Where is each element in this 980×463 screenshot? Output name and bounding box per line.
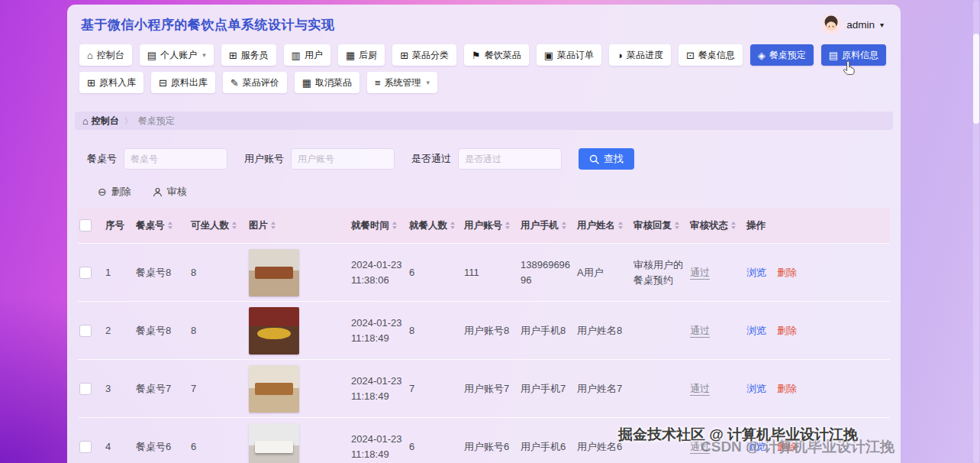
breadcrumb-separator: 〉 — [124, 115, 133, 127]
delete-button[interactable]: ⊖ 删除 — [98, 185, 131, 199]
sort-icon[interactable] — [168, 222, 172, 229]
nav-button-系统管理[interactable]: ≡系统管理▾ — [367, 72, 437, 93]
row-checkbox[interactable] — [79, 325, 92, 337]
column-label: 审核状态 — [690, 219, 728, 232]
sort-icon[interactable] — [618, 222, 623, 229]
delete-link[interactable]: 删除 — [777, 267, 797, 278]
review-icon: ✎ — [230, 78, 239, 88]
stock-in-icon: ⊞ — [87, 78, 95, 88]
column-label: 用户手机 — [521, 219, 559, 232]
table-row: 1餐桌号882024-01-23 11:38:06611113896969696… — [78, 244, 890, 302]
audit-button[interactable]: 审核 — [153, 185, 187, 199]
cancel-dish-icon: ▦ — [302, 78, 311, 88]
nav-button-label: 取消菜品 — [315, 76, 352, 89]
nav-button-餐饮菜品[interactable]: ⚑餐饮菜品 — [464, 44, 529, 66]
nav-button-菜品进度[interactable]: ◑菜品进度 — [609, 44, 671, 66]
column-header-就餐时间[interactable]: 就餐时间 — [350, 216, 408, 235]
nav-button-原料出库[interactable]: ⊟原料出库 — [151, 72, 215, 93]
sort-icon[interactable] — [675, 222, 679, 229]
nav-button-菜品分类[interactable]: ⊞菜品分类 — [392, 44, 456, 66]
sort-up-arrow — [450, 222, 455, 225]
cell-status-value: 通过 — [690, 325, 710, 338]
nav-button-label: 菜品分类 — [412, 49, 449, 62]
row-checkbox[interactable] — [79, 267, 92, 279]
cell-no-value: 4 — [105, 441, 111, 452]
sort-icon[interactable] — [271, 222, 276, 229]
sort-up-arrow — [562, 222, 566, 225]
nav-button-控制台[interactable]: ⌂控制台 — [79, 44, 132, 66]
view-link[interactable]: 浏览 — [746, 383, 766, 394]
cell-no: 1 — [104, 265, 134, 280]
nav-button-菜品订单[interactable]: ▣菜品订单 — [537, 44, 601, 66]
delete-link[interactable]: 删除 — [777, 383, 797, 394]
scrollbar-thumb[interactable] — [973, 34, 979, 124]
nav-button-后厨[interactable]: ▦后厨 — [338, 44, 385, 66]
row-checkbox[interactable] — [79, 383, 92, 395]
nav-button-餐桌信息[interactable]: ⊡餐桌信息 — [679, 44, 743, 66]
filter-input-餐桌号[interactable] — [124, 148, 227, 170]
view-link[interactable]: 浏览 — [746, 267, 766, 278]
sort-icon[interactable] — [731, 222, 736, 229]
cell-seats-value: 8 — [191, 267, 196, 278]
breadcrumb-home[interactable]: ⌂ 控制台 — [82, 115, 119, 128]
delete-link[interactable]: 删除 — [777, 325, 797, 336]
column-header-审核回复[interactable]: 审核回复 — [632, 216, 688, 235]
scrollbar[interactable] — [973, 0, 979, 463]
nav-button-原料入库[interactable]: ⊞原料入库 — [79, 72, 143, 93]
nav-button-用户[interactable]: ▥用户 — [284, 44, 330, 66]
filter-label: 餐桌号 — [87, 152, 117, 166]
column-header-用户手机[interactable]: 用户手机 — [519, 216, 575, 235]
table-photo[interactable] — [249, 249, 299, 296]
column-header-用户账号[interactable]: 用户账号 — [463, 216, 519, 235]
user-menu[interactable]: admin ▾ — [821, 15, 884, 34]
cell-ops: 浏览删除 — [745, 381, 890, 397]
nav-button-服务员[interactable]: ⊞服务员 — [221, 44, 276, 66]
cell-no-value: 1 — [105, 267, 111, 278]
nav-button-取消菜品[interactable]: ▦取消菜品 — [295, 72, 359, 93]
column-header-用户姓名[interactable]: 用户姓名 — [575, 216, 632, 235]
sort-icon[interactable] — [392, 222, 397, 229]
table-photo[interactable] — [249, 307, 299, 355]
cursor-pointer — [843, 61, 855, 79]
column-header-图片[interactable]: 图片 — [247, 216, 350, 235]
nav-button-菜品评价[interactable]: ✎菜品评价 — [223, 72, 287, 93]
filter-input-是否通过[interactable] — [458, 148, 562, 170]
sort-up-arrow — [232, 222, 237, 225]
delete-button-label: 删除 — [111, 185, 131, 199]
cell-account-value: 用户账号8 — [464, 325, 509, 336]
column-header-可坐人数[interactable]: 可坐人数 — [189, 216, 247, 235]
cell-table-no-value: 餐桌号7 — [136, 383, 171, 394]
cell-name: 用户姓名6 — [575, 439, 632, 455]
table-photo[interactable] — [249, 365, 299, 413]
column-header-操作: 操作 — [745, 216, 890, 235]
view-link[interactable]: 浏览 — [746, 441, 766, 452]
filter-label: 用户账号 — [244, 152, 284, 166]
column-header-餐桌号[interactable]: 餐桌号 — [134, 216, 189, 235]
toolbar: ⊖ 删除 审核 — [67, 170, 901, 199]
nav-button-label: 原料出库 — [171, 76, 208, 89]
filter-input-用户账号[interactable] — [291, 148, 395, 170]
row-checkbox-cell — [78, 383, 104, 395]
sort-icon[interactable] — [232, 222, 237, 229]
sort-icon[interactable] — [505, 222, 510, 229]
search-button[interactable]: 查找 — [579, 148, 634, 170]
view-link[interactable]: 浏览 — [746, 325, 766, 336]
cell-account: 用户账号6 — [463, 439, 519, 455]
column-header-就餐人数[interactable]: 就餐人数 — [408, 216, 463, 235]
nav-button-个人账户[interactable]: ▤个人账户▾ — [140, 44, 214, 66]
select-all-checkbox[interactable] — [79, 219, 92, 232]
chevron-down-icon: ▾ — [427, 79, 430, 86]
table-row: 3餐桌号772024-01-23 11:18:497用户账号7用户手机7用户姓名… — [78, 360, 890, 418]
nav-button-餐桌预定[interactable]: ◈餐桌预定 — [750, 44, 814, 66]
cell-name-value: A用户 — [577, 267, 604, 278]
row-checkbox[interactable] — [79, 441, 92, 453]
column-header-审核状态[interactable]: 审核状态 — [688, 216, 745, 235]
table-photo[interactable] — [249, 423, 299, 463]
sort-up-arrow — [271, 222, 276, 225]
sort-icon[interactable] — [562, 222, 566, 229]
sort-icon[interactable] — [450, 222, 455, 229]
cell-phone-value: 用户手机6 — [521, 441, 566, 452]
cell-name: 用户姓名7 — [575, 381, 632, 397]
cell-phone-value: 用户手机7 — [521, 383, 566, 394]
delete-link[interactable]: 删除 — [777, 441, 797, 452]
